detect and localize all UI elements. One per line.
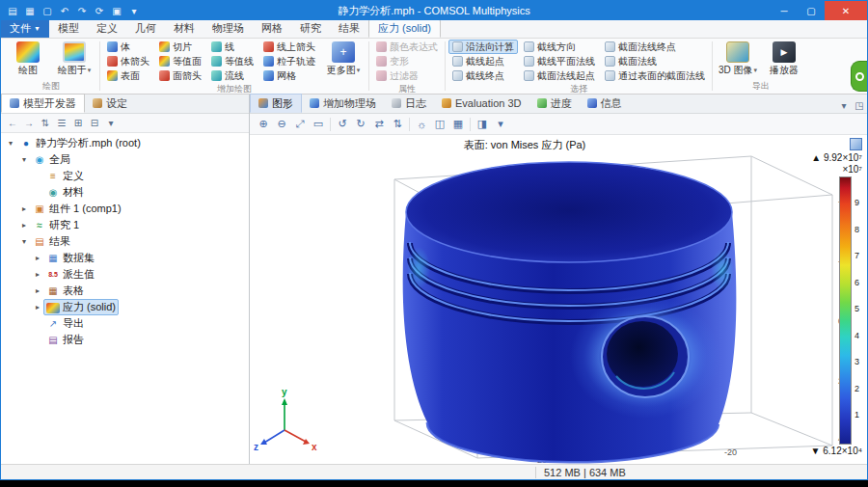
color-expression-button[interactable]: 颜色表达式	[372, 40, 442, 54]
arrow-volume-button[interactable]: 体箭头	[103, 54, 153, 68]
volume-button[interactable]: 体	[103, 40, 153, 54]
tree-item-materials[interactable]: ◉材料	[1, 184, 249, 201]
player-button[interactable]: ▶ 播放器	[762, 40, 806, 75]
cut-plane-normal-through-surface-button[interactable]: 通过表面的截面法线	[601, 68, 709, 83]
tab-list-dropdown-icon[interactable]: ▾	[836, 97, 852, 113]
tree-expand-icon[interactable]: ▸	[18, 204, 30, 213]
tab-geometry[interactable]: 几何	[126, 19, 165, 38]
plot-in-button[interactable]: 绘图于 ▾	[52, 40, 96, 75]
undo-icon[interactable]: ↶	[57, 3, 72, 18]
tree-expand-icon[interactable]: ▾	[18, 237, 30, 246]
tree-expand-icon[interactable]: ▾	[5, 139, 16, 148]
tab-settings[interactable]: 设定	[85, 94, 135, 113]
tree-item-component1[interactable]: ▸ ▣组件 1 (comp1)	[1, 201, 249, 217]
expand-all-icon[interactable]: ⊞	[70, 116, 86, 131]
tree-expand-icon[interactable]: ▸	[32, 303, 43, 311]
tab-information[interactable]: 信息	[580, 94, 630, 113]
tab-graphics[interactable]: 图形	[250, 94, 302, 113]
forward-icon[interactable]: →	[21, 116, 37, 131]
zoom-in-icon[interactable]: ⊕	[255, 116, 272, 133]
collapse-all-icon[interactable]: ⊟	[87, 116, 102, 131]
arrow-surface-button[interactable]: 面箭头	[155, 68, 205, 83]
tree-expand-icon[interactable]: ▸	[32, 286, 43, 295]
tab-model[interactable]: 模型	[49, 19, 88, 38]
cut-line-end-button[interactable]: 截线终点	[448, 68, 518, 83]
cut-plane-normal-end-button[interactable]: 截面法线终点	[601, 40, 709, 54]
scene-light-icon[interactable]: ☼	[413, 116, 430, 133]
tab-log[interactable]: 日志	[384, 94, 434, 113]
toolbar-more-icon[interactable]: ▾	[103, 116, 119, 131]
refresh-icon[interactable]: ⟳	[92, 3, 107, 18]
line-button[interactable]: 线	[207, 40, 258, 54]
tab-definitions[interactable]: 定义	[88, 19, 126, 38]
tab-progress[interactable]: 进度	[529, 94, 580, 113]
surface-button[interactable]: 表面	[103, 68, 153, 83]
tree-item-global[interactable]: ▾ ◉全局	[1, 151, 249, 168]
float-panel-icon[interactable]: ◳	[852, 97, 867, 113]
tree-expand-icon[interactable]: ▾	[18, 155, 30, 164]
go-to-default-view-icon[interactable]: ↺	[334, 116, 351, 133]
pan-horizontal-icon[interactable]: ⇄	[370, 116, 388, 133]
image-snapshot-icon[interactable]: ◨	[474, 116, 491, 133]
tab-study[interactable]: 研究	[291, 19, 330, 38]
tab-materials[interactable]: 材料	[165, 19, 203, 38]
arrow-line-button[interactable]: 线上箭头	[259, 40, 319, 54]
tree-item-stress-solid[interactable]: ▸ 应力 (solid)	[1, 299, 249, 315]
3d-image-button[interactable]: 3D 图像 ▾	[716, 40, 760, 75]
wireframe-icon[interactable]: ▦	[449, 116, 467, 133]
transparency-icon[interactable]: ◫	[431, 116, 448, 133]
cut-plane-normal-start-button[interactable]: 截面法线起点	[520, 68, 599, 83]
new-icon[interactable]: ▢	[40, 3, 55, 18]
tab-model-builder[interactable]: 模型开发器	[1, 94, 85, 113]
filter-button[interactable]: 过滤器	[372, 68, 442, 83]
slice-button[interactable]: 切片	[155, 40, 205, 54]
tab-results[interactable]: 结果	[330, 19, 368, 38]
tree-item-results[interactable]: ▾ ▤结果	[1, 233, 249, 250]
cut-line-start-button[interactable]: 截线起点	[448, 54, 518, 68]
open-icon[interactable]: ▦	[22, 3, 38, 18]
tab-add-physics[interactable]: 增加物理场	[302, 94, 384, 113]
cut-line-direction-button[interactable]: 截线方向	[520, 40, 599, 54]
file-menu-button[interactable]: 文件 ▼	[1, 19, 49, 38]
tree-item-study1[interactable]: ▸ ≈研究 1	[1, 217, 249, 233]
view-menu-icon[interactable]: ☰	[54, 116, 69, 131]
save-icon[interactable]: ▤	[5, 3, 20, 18]
tree-expand-icon[interactable]: ▸	[18, 221, 30, 230]
maximize-button[interactable]: ▢	[798, 1, 825, 20]
cut-plane-normal-button[interactable]: 截面法线	[601, 54, 709, 68]
zoom-out-icon[interactable]: ⊖	[273, 116, 290, 133]
close-button[interactable]: ✕	[825, 1, 867, 20]
qat-menu-icon[interactable]: ▾	[126, 3, 142, 18]
tree-item-reports[interactable]: ▤报告	[1, 332, 249, 348]
tree-item-tables[interactable]: ▸ ▦表格	[1, 283, 249, 299]
tab-physics[interactable]: 物理场	[203, 19, 253, 38]
minimize-button[interactable]: ─	[771, 1, 798, 20]
settings-icon[interactable]: ▣	[109, 3, 124, 18]
streamline-button[interactable]: 流线	[207, 68, 258, 83]
contour-button[interactable]: 等值线	[207, 54, 258, 68]
pan-vertical-icon[interactable]: ⇅	[389, 116, 406, 133]
zoom-box-icon[interactable]: ▭	[310, 116, 327, 133]
tab-stress-solid[interactable]: 应力 (solid)	[368, 19, 441, 38]
help-badge[interactable]	[851, 61, 867, 92]
cut-line-plane-normal-button[interactable]: 截线平面法线	[520, 54, 599, 68]
toolbar-more-icon[interactable]: ▾	[492, 116, 509, 133]
isosurface-button[interactable]: 等值面	[155, 54, 205, 68]
tab-mesh[interactable]: 网格	[253, 19, 291, 38]
tab-evaluation-3d[interactable]: Evaluation 3D	[434, 94, 529, 113]
deformation-button[interactable]: 变形	[372, 54, 442, 68]
evaluate-along-normal-button[interactable]: 沿法向计算	[448, 40, 518, 54]
more-plots-button[interactable]: + 更多图 ▾	[321, 40, 366, 75]
graphics-canvas[interactable]: 表面: von Mises 应力 (Pa)	[250, 135, 867, 464]
rotate-icon[interactable]: ↻	[352, 116, 369, 133]
plot-button[interactable]: 绘图	[6, 40, 50, 75]
tree-expand-icon[interactable]: ▸	[32, 254, 43, 262]
view-cube-icon[interactable]	[850, 138, 862, 150]
tree-item-datasets[interactable]: ▸ ▦数据集	[1, 250, 249, 266]
particle-tracing-button[interactable]: 粒子轨迹	[259, 54, 319, 68]
tree-item-derived-values[interactable]: ▸ 8.5派生值	[1, 266, 249, 283]
back-icon[interactable]: ←	[5, 116, 20, 131]
redo-icon[interactable]: ↷	[74, 3, 90, 18]
plot-3d[interactable]: -40 -20 0 20 40 20 0 -20	[250, 135, 867, 464]
zoom-extents-icon[interactable]: ⤢	[291, 116, 309, 133]
